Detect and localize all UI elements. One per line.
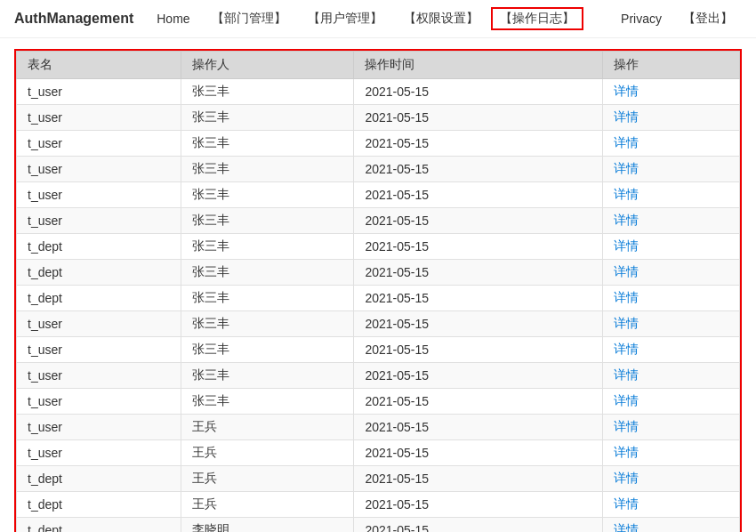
cell-action: 详情 — [603, 363, 740, 389]
table-row: t_user王兵2021-05-15详情 — [17, 440, 740, 466]
table-header-row: 表名 操作人 操作时间 操作 — [17, 52, 740, 79]
detail-link[interactable]: 详情 — [614, 445, 639, 459]
cell-time: 2021-05-15 — [354, 466, 603, 492]
cell-tablename: t_dept — [17, 518, 181, 533]
cell-tablename: t_user — [17, 157, 181, 182]
table-row: t_user张三丰2021-05-15详情 — [17, 131, 740, 157]
nav-logout[interactable]: 【登出】 — [674, 7, 742, 30]
table-row: t_dept王兵2021-05-15详情 — [17, 466, 740, 492]
cell-time: 2021-05-15 — [354, 363, 603, 389]
cell-tablename: t_user — [17, 415, 181, 440]
cell-tablename: t_user — [17, 79, 181, 105]
cell-action: 详情 — [603, 79, 740, 105]
detail-link[interactable]: 详情 — [614, 84, 639, 98]
col-header-action: 操作 — [603, 52, 740, 79]
cell-time: 2021-05-15 — [354, 79, 603, 105]
cell-action: 详情 — [603, 234, 740, 260]
detail-link[interactable]: 详情 — [614, 109, 639, 124]
cell-tablename: t_dept — [17, 466, 181, 492]
nav-dept[interactable]: 【部门管理】 — [203, 7, 295, 30]
cell-operator: 张三丰 — [181, 389, 354, 415]
detail-link[interactable]: 详情 — [614, 393, 639, 407]
table-row: t_user王兵2021-05-15详情 — [17, 415, 740, 440]
cell-tablename: t_user — [17, 182, 181, 208]
cell-time: 2021-05-15 — [354, 182, 603, 208]
cell-tablename: t_dept — [17, 260, 181, 286]
detail-link[interactable]: 详情 — [614, 187, 639, 201]
cell-operator: 张三丰 — [181, 105, 354, 131]
detail-link[interactable]: 详情 — [614, 419, 639, 433]
cell-operator: 张三丰 — [181, 234, 354, 260]
detail-link[interactable]: 详情 — [614, 264, 639, 278]
detail-link[interactable]: 详情 — [614, 135, 639, 149]
cell-time: 2021-05-15 — [354, 389, 603, 415]
cell-action: 详情 — [603, 440, 740, 466]
cell-operator: 王兵 — [181, 415, 354, 440]
cell-operator: 王兵 — [181, 492, 354, 518]
cell-time: 2021-05-15 — [354, 208, 603, 234]
detail-link[interactable]: 详情 — [614, 471, 639, 485]
detail-link[interactable]: 详情 — [614, 522, 639, 532]
detail-link[interactable]: 详情 — [614, 213, 639, 227]
cell-action: 详情 — [603, 286, 740, 311]
cell-operator: 张三丰 — [181, 208, 354, 234]
detail-link[interactable]: 详情 — [614, 342, 639, 356]
detail-link[interactable]: 详情 — [614, 496, 639, 511]
table-row: t_dept张三丰2021-05-15详情 — [17, 286, 740, 311]
log-table: 表名 操作人 操作时间 操作 t_user张三丰2021-05-15详情t_us… — [16, 51, 740, 532]
cell-operator: 张三丰 — [181, 286, 354, 311]
nav-log[interactable]: 【操作日志】 — [491, 7, 583, 30]
cell-tablename: t_user — [17, 131, 181, 157]
col-header-time: 操作时间 — [354, 52, 603, 79]
cell-tablename: t_user — [17, 105, 181, 131]
cell-operator: 张三丰 — [181, 79, 354, 105]
cell-tablename: t_user — [17, 208, 181, 234]
cell-action: 详情 — [603, 337, 740, 363]
table-row: t_dept张三丰2021-05-15详情 — [17, 260, 740, 286]
cell-time: 2021-05-15 — [354, 286, 603, 311]
cell-tablename: t_user — [17, 337, 181, 363]
cell-tablename: t_user — [17, 389, 181, 415]
table-row: t_user张三丰2021-05-15详情 — [17, 157, 740, 182]
nav-user[interactable]: 【用户管理】 — [299, 7, 391, 30]
cell-operator: 张三丰 — [181, 363, 354, 389]
cell-action: 详情 — [603, 260, 740, 286]
detail-link[interactable]: 详情 — [614, 161, 639, 175]
cell-operator: 王兵 — [181, 466, 354, 492]
cell-action: 详情 — [603, 389, 740, 415]
cell-time: 2021-05-15 — [354, 415, 603, 440]
table-row: t_user张三丰2021-05-15详情 — [17, 182, 740, 208]
detail-link[interactable]: 详情 — [614, 238, 639, 253]
nav-permission[interactable]: 【权限设置】 — [395, 7, 487, 30]
main-content: 表名 操作人 操作时间 操作 t_user张三丰2021-05-15详情t_us… — [0, 38, 756, 532]
cell-time: 2021-05-15 — [354, 157, 603, 182]
table-row: t_user张三丰2021-05-15详情 — [17, 337, 740, 363]
cell-tablename: t_dept — [17, 234, 181, 260]
cell-tablename: t_user — [17, 363, 181, 389]
table-row: t_user张三丰2021-05-15详情 — [17, 79, 740, 105]
cell-action: 详情 — [603, 492, 740, 518]
cell-action: 详情 — [603, 182, 740, 208]
cell-operator: 王兵 — [181, 440, 354, 466]
detail-link[interactable]: 详情 — [614, 367, 639, 382]
cell-operator: 张三丰 — [181, 131, 354, 157]
detail-link[interactable]: 详情 — [614, 316, 639, 330]
cell-operator: 张三丰 — [181, 157, 354, 182]
navbar: AuthManagement Home 【部门管理】 【用户管理】 【权限设置】… — [0, 0, 756, 38]
cell-time: 2021-05-15 — [354, 492, 603, 518]
cell-time: 2021-05-15 — [354, 260, 603, 286]
cell-operator: 张三丰 — [181, 337, 354, 363]
cell-time: 2021-05-15 — [354, 518, 603, 533]
cell-tablename: t_dept — [17, 492, 181, 518]
cell-action: 详情 — [603, 466, 740, 492]
nav-home[interactable]: Home — [148, 8, 198, 29]
log-table-container: 表名 操作人 操作时间 操作 t_user张三丰2021-05-15详情t_us… — [14, 49, 742, 532]
cell-tablename: t_dept — [17, 286, 181, 311]
table-row: t_user张三丰2021-05-15详情 — [17, 389, 740, 415]
detail-link[interactable]: 详情 — [614, 290, 639, 304]
nav-privacy[interactable]: Privacy — [612, 8, 671, 29]
cell-time: 2021-05-15 — [354, 337, 603, 363]
table-row: t_user张三丰2021-05-15详情 — [17, 105, 740, 131]
table-row: t_user张三丰2021-05-15详情 — [17, 311, 740, 337]
cell-action: 详情 — [603, 157, 740, 182]
